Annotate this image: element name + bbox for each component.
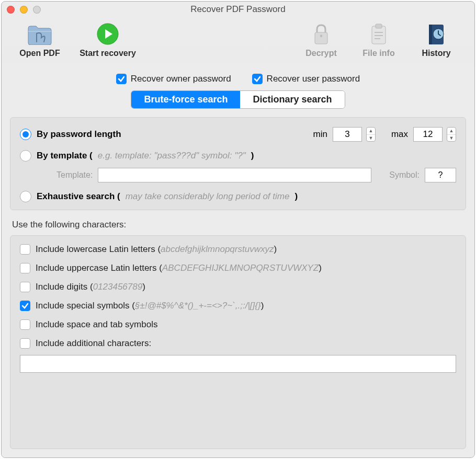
recover-owner-checkbox[interactable]: Recover owner password: [116, 74, 231, 84]
by-length-row: By password length min ▲▼ max ▲▼: [20, 127, 456, 142]
checkbox-icon: [20, 282, 30, 292]
special-checkbox[interactable]: Include special symbols (§±!@#$%^&*()_+-…: [20, 301, 456, 311]
toolbar: Open PDF Start recovery * Decrypt: [2, 17, 474, 63]
additional-checkbox[interactable]: Include additional characters:: [20, 338, 456, 349]
lowercase-label: Include lowercase Latin letters (: [36, 244, 161, 254]
history-label: History: [422, 49, 450, 58]
chevron-up-icon: ▲: [367, 128, 375, 135]
max-label: max: [391, 129, 408, 140]
tab-dictionary[interactable]: Dictionary search: [240, 91, 344, 108]
titlebar: Recover PDF Password: [2, 2, 474, 17]
special-label: Include special symbols (: [36, 301, 135, 311]
play-icon: [97, 21, 119, 47]
digits-hint: 0123456789: [93, 282, 143, 292]
charset-header: Use the following characters:: [12, 220, 466, 230]
template-inputs-row: Template: Symbol:: [20, 168, 456, 182]
uppercase-hint: ABCDEFGHIJKLMNOPQRSTUVWXYZ: [162, 263, 319, 273]
decrypt-button[interactable]: * Decrypt: [292, 21, 350, 58]
exhaustive-label: Exhaustive search (: [37, 191, 120, 202]
exhaustive-close: ): [294, 191, 298, 202]
recover-owner-label: Recover owner password: [131, 74, 231, 84]
digits-checkbox[interactable]: Include digits (0123456789): [20, 282, 456, 292]
additional-input[interactable]: [20, 355, 456, 373]
folder-pdf-icon: [27, 21, 53, 47]
symbol-input[interactable]: [425, 168, 456, 182]
lock-icon: *: [312, 21, 331, 47]
checkbox-icon: [20, 301, 30, 311]
close-paren: ): [274, 244, 277, 254]
by-template-label: By template (: [37, 151, 93, 161]
start-recovery-button[interactable]: Start recovery: [69, 21, 147, 58]
special-hint: §±!@#$%^&*()_+-=<>?~`,.;:/|[]{}: [135, 301, 261, 311]
exhaustive-radio[interactable]: [20, 191, 31, 202]
recover-user-checkbox[interactable]: Recover user password: [252, 74, 360, 84]
svg-rect-10: [429, 25, 432, 44]
min-label: min: [313, 129, 327, 140]
chevron-down-icon: ▼: [367, 135, 375, 142]
checkbox-icon: [116, 74, 127, 84]
window-title: Recover PDF Password: [2, 4, 474, 15]
book-clock-icon: [426, 21, 447, 47]
additional-label: Include additional characters:: [36, 338, 151, 349]
max-stepper[interactable]: ▲▼: [447, 127, 456, 142]
tab-brute-force[interactable]: Brute-force search: [131, 91, 240, 108]
max-input[interactable]: [413, 127, 443, 142]
lowercase-hint: abcdefghijklmnopqrstuvwxyz: [161, 244, 274, 254]
recover-user-label: Recover user password: [267, 74, 360, 84]
min-input[interactable]: [333, 127, 362, 142]
exhaustive-hint: may take considerably long period of tim…: [126, 191, 290, 202]
by-template-radio[interactable]: [20, 150, 31, 162]
by-length-radio[interactable]: [20, 129, 31, 140]
checkbox-icon: [20, 338, 30, 349]
uppercase-label: Include uppercase Latin letters (: [36, 263, 162, 273]
window-minimize-button[interactable]: [20, 6, 28, 14]
checkbox-icon: [252, 74, 263, 84]
lowercase-checkbox[interactable]: Include lowercase Latin letters (abcdefg…: [20, 244, 456, 255]
template-input[interactable]: [98, 168, 371, 182]
charset-panel: Include lowercase Latin letters (abcdefg…: [10, 235, 466, 449]
recover-checks: Recover owner password Recover user pass…: [10, 74, 466, 84]
window-close-button[interactable]: [7, 6, 15, 14]
symbol-label: Symbol:: [389, 170, 420, 180]
file-info-label: File info: [362, 49, 394, 58]
svg-rect-5: [376, 24, 382, 28]
traffic-lights: [7, 6, 41, 14]
digits-label: Include digits (: [36, 282, 93, 292]
exhaustive-row: Exhaustive search ( may take considerabl…: [20, 191, 456, 202]
file-info-button[interactable]: File info: [350, 21, 407, 58]
checkbox-icon: [20, 244, 30, 255]
close-paren: ): [261, 301, 264, 311]
chevron-down-icon: ▼: [447, 135, 456, 142]
checkbox-icon: [20, 263, 30, 273]
open-pdf-label: Open PDF: [19, 49, 60, 58]
by-template-hint: e.g. template: "pass???d" symbol: "?": [98, 151, 246, 161]
open-pdf-button[interactable]: Open PDF: [11, 21, 69, 58]
space-label: Include space and tab symbols: [36, 319, 157, 330]
history-button[interactable]: History: [407, 21, 465, 58]
min-stepper[interactable]: ▲▼: [366, 127, 376, 142]
close-paren: ): [142, 282, 145, 292]
method-panel: By password length min ▲▼ max ▲▼ By temp…: [10, 117, 466, 210]
chevron-up-icon: ▲: [447, 128, 456, 135]
by-template-close: ): [251, 151, 254, 161]
svg-text:*: *: [320, 33, 323, 41]
template-label: Template:: [56, 170, 93, 180]
by-length-label: By password length: [37, 129, 121, 140]
space-checkbox[interactable]: Include space and tab symbols: [20, 319, 456, 330]
clipboard-icon: [370, 21, 388, 47]
search-mode-segmented: Brute-force search Dictionary search: [10, 90, 466, 109]
window-zoom-button[interactable]: [33, 6, 41, 14]
checkbox-icon: [20, 319, 30, 330]
decrypt-label: Decrypt: [305, 49, 337, 58]
close-paren: ): [319, 263, 322, 273]
app-window: Recover PDF Password Open PDF Start: [1, 1, 475, 458]
by-template-row: By template ( e.g. template: "pass???d" …: [20, 150, 456, 162]
start-recovery-label: Start recovery: [80, 49, 136, 58]
content-area: Recover owner password Recover user pass…: [2, 63, 474, 457]
uppercase-checkbox[interactable]: Include uppercase Latin letters (ABCDEFG…: [20, 263, 456, 273]
